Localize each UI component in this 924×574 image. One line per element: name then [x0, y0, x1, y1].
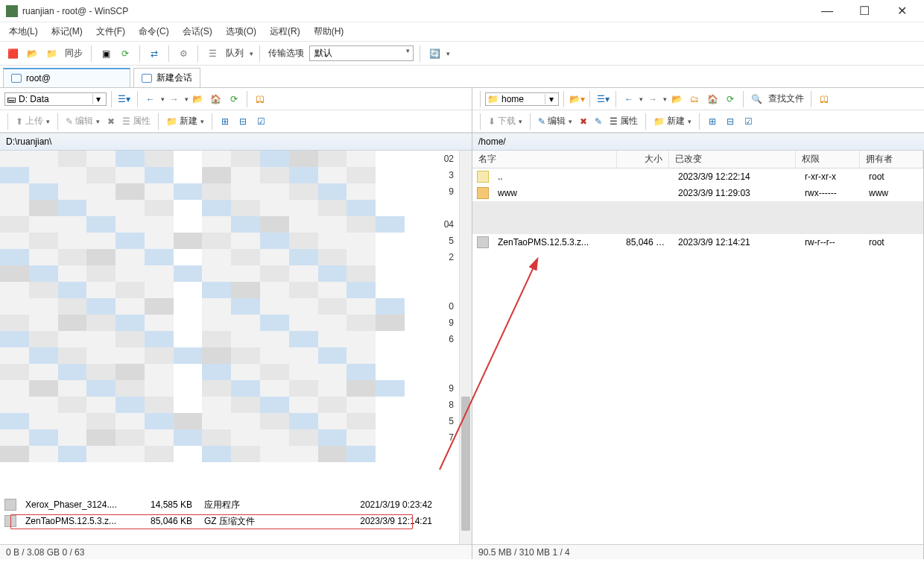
rename-button[interactable]: ✎ — [592, 115, 605, 128]
filter-icon[interactable]: ☰▾ — [595, 91, 611, 107]
minus-icon[interactable]: ⊟ — [722, 113, 738, 130]
table-row[interactable]: www2023/3/9 11:29:03rwx------www — [472, 185, 923, 201]
col-size[interactable]: 大小 — [617, 151, 669, 168]
new-button[interactable]: 📁新建▾ — [163, 113, 207, 129]
forward-icon[interactable]: → — [645, 91, 661, 107]
find-files-button[interactable]: 查找文件 — [766, 92, 806, 105]
edit-icon: ✎ — [538, 116, 545, 127]
menu-mark[interactable]: 标记(M) — [47, 23, 87, 40]
menu-session[interactable]: 会话(S) — [178, 23, 217, 40]
maximize-button[interactable]: ☐ — [854, 3, 875, 19]
plus-icon[interactable]: ⊞ — [704, 113, 721, 130]
right-drive-combo[interactable]: 📁 home ▾ — [485, 92, 559, 106]
open-folder-icon[interactable]: 📂▾ — [569, 91, 585, 107]
sync-browse-icon[interactable]: 📂 — [24, 45, 40, 62]
right-file-list[interactable]: ..2023/3/9 12:22:14r-xr-xr-xrootwww2023/… — [472, 168, 923, 544]
home-icon[interactable]: 🏠 — [704, 91, 721, 107]
left-drive-combo[interactable]: 🖴 D: Data ▾ — [4, 92, 107, 106]
new-button[interactable]: 📁新建▾ — [651, 113, 694, 129]
col-name[interactable]: 名字 — [472, 151, 617, 168]
refresh-pair-icon[interactable]: ⟳ — [117, 45, 133, 62]
menu-options[interactable]: 选项(O) — [221, 23, 261, 40]
new-label: 新建 — [667, 115, 685, 127]
up-icon[interactable]: 📂 — [190, 91, 206, 107]
gear-icon[interactable]: ⚙ — [175, 45, 192, 62]
col-owner[interactable]: 拥有者 — [860, 151, 923, 168]
sync-icon[interactable]: 📁 — [43, 45, 60, 62]
col-changed[interactable]: 已改变 — [669, 151, 796, 168]
menu-file[interactable]: 文件(F) — [92, 23, 130, 40]
minus-icon[interactable]: ⊟ — [235, 113, 251, 130]
left-path-bar[interactable]: D:\ruanjian\ — [0, 133, 472, 151]
edit-button[interactable]: ✎编辑▾ — [535, 113, 575, 129]
download-icon: ⬇ — [488, 116, 496, 127]
table-row[interactable]: ZenTaoPMS.12.5.3.z... 85,046 KB GZ 压缩文件 … — [0, 513, 459, 529]
up-icon[interactable]: 📂 — [668, 91, 685, 107]
download-button[interactable]: ⬇下载▾ — [485, 113, 525, 129]
left-path: D:\ruanjian\ — [6, 136, 51, 147]
compare-icon[interactable]: 🟥 — [4, 45, 21, 62]
check-icon[interactable]: ☑ — [253, 113, 269, 130]
edit-button[interactable]: ✎编辑▾ — [63, 113, 103, 129]
transfer-preset-combo[interactable]: 默认 — [309, 45, 414, 61]
left-status-bar: 0 B / 3.08 GB 0 / 63 — [0, 544, 472, 559]
delete-button[interactable]: ✖ — [104, 115, 118, 128]
back-icon[interactable]: ← — [621, 91, 637, 107]
folder-icon: 📁 — [654, 116, 665, 127]
table-row[interactable] — [472, 201, 923, 234]
properties-button[interactable]: ☰属性 — [607, 113, 641, 129]
new-session-tab[interactable]: 新建会话 — [133, 68, 200, 87]
session-tabs: root@ 新建会话 — [0, 66, 924, 88]
menu-remote[interactable]: 远程(R) — [265, 23, 305, 40]
menu-command[interactable]: 命令(C) — [134, 23, 174, 40]
menu-help[interactable]: 帮助(H) — [309, 23, 349, 40]
toggle-sync-icon[interactable]: ⇄ — [146, 45, 162, 62]
bookmark-icon[interactable]: 🕮 — [816, 91, 832, 107]
right-path-bar[interactable]: /home/ — [472, 133, 924, 151]
file-rights: rwx------ — [799, 188, 863, 198]
refresh-icon[interactable]: ⟳ — [226, 91, 242, 107]
minimize-button[interactable]: — — [817, 3, 838, 19]
left-scrollbar[interactable] — [459, 151, 472, 544]
root-icon[interactable]: 🗂 — [686, 91, 703, 107]
table-row[interactable]: ..2023/3/9 12:22:14r-xr-xr-xroot — [472, 168, 923, 185]
forward-icon[interactable]: → — [166, 91, 183, 107]
properties-button[interactable]: ☰属性 — [119, 113, 154, 129]
bookmark-icon[interactable]: 🕮 — [252, 91, 268, 107]
session-tab-label: root@ — [26, 73, 51, 83]
left-file-list[interactable]: 023904520969857 Xerox_Phaser_3124.... 14… — [0, 151, 472, 544]
plus-icon[interactable]: ⊞ — [217, 113, 233, 130]
back-icon[interactable]: ← — [142, 91, 159, 107]
col-rights[interactable]: 权限 — [796, 151, 860, 168]
reconnect-icon[interactable]: 🔄 — [426, 45, 443, 62]
refresh-icon[interactable]: ⟳ — [722, 91, 738, 107]
upload-icon: ⬆ — [16, 116, 23, 127]
properties-icon: ☰ — [122, 116, 130, 127]
filesize: 85,046 KB — [139, 516, 198, 526]
filter-icon[interactable]: ☰▾ — [116, 91, 133, 107]
terminal-icon[interactable]: ▣ — [98, 45, 114, 62]
queue-icon[interactable]: ☰ — [204, 45, 221, 62]
filename: ZenTaoPMS.12.5.3.z... — [19, 516, 139, 526]
close-button[interactable]: ✕ — [891, 3, 912, 19]
file-changed: 2023/3/9 12:14:21 — [672, 237, 799, 247]
table-row[interactable]: Xerox_Phaser_3124.... 14,585 KB 应用程序 202… — [0, 496, 459, 513]
archive-icon — [4, 515, 16, 527]
queue-button[interactable]: 队列 — [224, 47, 246, 60]
sync-button[interactable]: 同步 — [63, 47, 85, 60]
find-icon[interactable]: 🔍 — [748, 91, 765, 107]
table-row[interactable]: ZenTaoPMS.12.5.3.z...85,046 KB2023/3/9 1… — [472, 234, 923, 250]
menu-local[interactable]: 本地(L) — [4, 23, 42, 40]
left-pane: 023904520969857 Xerox_Phaser_3124.... 14… — [0, 151, 472, 559]
delete-button[interactable]: ✖ — [577, 115, 590, 128]
home-icon[interactable]: 🏠 — [208, 91, 224, 107]
session-tab-active[interactable]: root@ — [3, 68, 130, 87]
right-drive-label: home — [501, 94, 524, 104]
upload-button[interactable]: ⬆上传▾ — [13, 113, 53, 129]
monitor-icon — [11, 74, 22, 83]
check-icon[interactable]: ☑ — [740, 113, 756, 130]
filetype: 应用程序 — [198, 499, 280, 511]
right-column-headers[interactable]: 名字 大小 已改变 权限 拥有者 — [472, 151, 923, 168]
left-action-toolbar: ⬆上传▾ ✎编辑▾ ✖ ☰属性 📁新建▾ ⊞ ⊟ ☑ — [0, 110, 472, 133]
file-owner: root — [863, 171, 890, 182]
